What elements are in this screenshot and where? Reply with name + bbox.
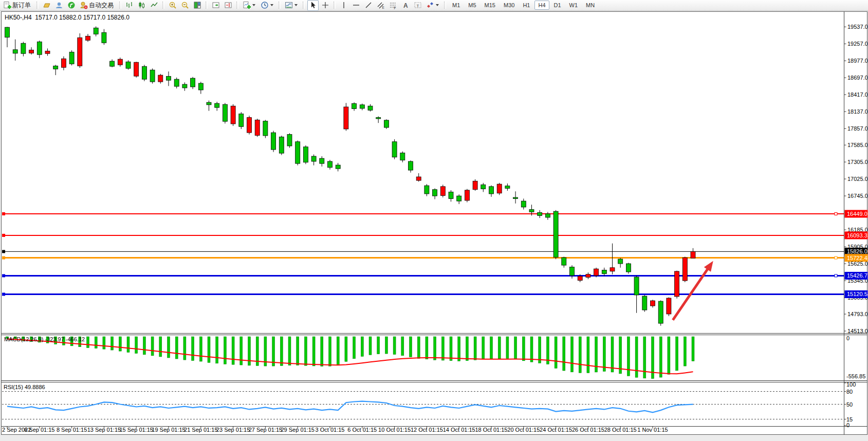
svg-text:13 Sep 01:15: 13 Sep 01:15 (87, 427, 121, 433)
svg-text:6 Oct 01:15: 6 Oct 01:15 (347, 427, 377, 433)
timeframe-w1-button[interactable]: W1 (566, 1, 582, 10)
svg-text:8 Sep 01:15: 8 Sep 01:15 (57, 427, 87, 433)
rsi-indicator-label: RSI(15) 49.8886 (4, 384, 45, 390)
chart-profile-icon (285, 1, 293, 9)
timeframe-m5-button[interactable]: M5 (465, 1, 479, 10)
new-chart-button[interactable] (241, 0, 258, 11)
fibonacci-icon: F (389, 1, 397, 9)
toolbar: 新订单自动交易EFATM1M5M15M30H1H4D1W1MN (0, 0, 868, 11)
toolbar-separator (279, 2, 281, 9)
channel-button[interactable]: E (375, 0, 386, 11)
svg-text:16449.0: 16449.0 (847, 211, 867, 217)
svg-text:27 Sep 01:15: 27 Sep 01:15 (249, 427, 282, 433)
toolbar-separator (162, 2, 164, 9)
svg-text:T: T (417, 4, 419, 8)
toolbar-separator (206, 2, 208, 9)
market-button[interactable] (53, 0, 65, 11)
auto-scroll-icon (212, 1, 220, 9)
timeframe-d1-button[interactable]: D1 (550, 1, 565, 10)
svg-text:18697.0: 18697.0 (847, 75, 868, 81)
svg-text:21 Sep 01:15: 21 Sep 01:15 (184, 427, 217, 433)
timeframe-m15-button[interactable]: M15 (481, 1, 499, 10)
svg-text:14793.0: 14793.0 (847, 311, 868, 317)
svg-text:26 Oct 01:15: 26 Oct 01:15 (572, 427, 604, 433)
chevron-down-icon (252, 4, 255, 6)
svg-text:19537.0: 19537.0 (847, 24, 868, 30)
text-button[interactable]: A (400, 0, 411, 11)
auto-scroll-button[interactable] (210, 0, 221, 11)
svg-text:0: 0 (846, 422, 849, 428)
cursor-button[interactable] (307, 0, 319, 11)
toolbar-separator (36, 2, 39, 9)
toolbar-separator (236, 2, 238, 9)
chart-profile-button[interactable] (283, 0, 300, 11)
svg-text:12 Oct 01:15: 12 Oct 01:15 (411, 427, 443, 433)
mt4-window: 新订单自动交易EFATM1M5M15M30H1H4D1W1MN 1 19537.… (0, 0, 868, 441)
zoom-in-button[interactable] (167, 0, 178, 11)
label-icon: T (414, 1, 422, 9)
zoom-in-icon (169, 1, 177, 9)
svg-text:15426.7: 15426.7 (847, 272, 867, 279)
market-icon (55, 1, 63, 9)
timeframe-h4-button[interactable]: H4 (534, 1, 549, 10)
toolbar-separator (119, 2, 121, 9)
svg-text:19 Sep 01:15: 19 Sep 01:15 (152, 427, 185, 433)
chart-canvas[interactable]: 19537.019257.018977.018697.018417.018137… (0, 0, 868, 441)
svg-text:15826.0: 15826.0 (847, 248, 867, 254)
svg-text:F: F (394, 6, 396, 10)
tile-windows-button[interactable] (192, 0, 203, 11)
text-icon: A (401, 1, 410, 9)
svg-text:14 Oct 01:15: 14 Oct 01:15 (443, 427, 475, 433)
zoom-out-icon (181, 1, 189, 9)
line-chart-button[interactable] (149, 0, 160, 11)
svg-text:29 Sep 01:15: 29 Sep 01:15 (281, 427, 314, 433)
candle-chart-button[interactable] (136, 0, 147, 11)
signals-button[interactable] (66, 0, 77, 11)
vline-button[interactable] (338, 0, 349, 11)
svg-text:20 Oct 01:15: 20 Oct 01:15 (507, 427, 540, 433)
autotrading-button[interactable]: 自动交易 (78, 0, 117, 11)
hline-button[interactable] (350, 0, 362, 11)
line-chart-icon (150, 1, 158, 9)
chevron-down-icon (270, 4, 273, 6)
fibonacci-button[interactable]: F (387, 0, 399, 11)
svg-text:19257.0: 19257.0 (847, 41, 868, 47)
trendline-button[interactable] (363, 0, 374, 11)
crosshair-button[interactable] (320, 0, 331, 11)
svg-text:1 Nov 01:15: 1 Nov 01:15 (637, 427, 668, 433)
new-order-icon (3, 1, 11, 9)
svg-text:16745.0: 16745.0 (847, 193, 868, 199)
label-button[interactable]: T (412, 0, 423, 11)
zoom-out-button[interactable] (179, 0, 191, 11)
svg-text:-556.85: -556.85 (846, 373, 865, 379)
svg-text:17585.0: 17585.0 (847, 142, 868, 148)
svg-text:80: 80 (846, 389, 853, 395)
chevron-down-icon (294, 4, 298, 6)
period-button[interactable] (259, 0, 276, 11)
svg-text:28 Oct 01:15: 28 Oct 01:15 (604, 427, 637, 433)
svg-text:18137.0: 18137.0 (847, 108, 868, 115)
autotrading-button-label: 自动交易 (89, 1, 114, 10)
svg-text:14513.0: 14513.0 (847, 328, 868, 334)
arrows-button[interactable] (424, 0, 441, 11)
chart-title: HK50-,H4 15717.0 15882.0 15717.0 15826.0 (5, 14, 130, 21)
svg-text:17857.0: 17857.0 (847, 125, 868, 132)
svg-text:6 Sep 01:15: 6 Sep 01:15 (24, 427, 54, 433)
bar-chart-button[interactable] (124, 0, 135, 11)
chart-shift-button[interactable] (223, 0, 234, 11)
time-axis[interactable]: 2 Sep 20226 Sep 01:158 Sep 01:1513 Sep 0… (2, 427, 668, 433)
svg-text:18 Oct 01:15: 18 Oct 01:15 (475, 427, 508, 433)
timeframe-m1-button[interactable]: M1 (449, 1, 464, 10)
svg-text:15 Sep 01:15: 15 Sep 01:15 (119, 427, 153, 433)
svg-text:10 Oct 01:15: 10 Oct 01:15 (378, 427, 411, 433)
timeframe-h1-button[interactable]: H1 (519, 1, 533, 10)
svg-text:24 Oct 01:15: 24 Oct 01:15 (540, 427, 572, 433)
new-order-button[interactable]: 新订单 (2, 0, 34, 11)
svg-text:0: 0 (846, 335, 849, 341)
tile-windows-icon (193, 1, 201, 9)
timeframe-m30-button[interactable]: M30 (500, 1, 518, 10)
profiles-button[interactable] (41, 0, 52, 11)
timeframe-mn-button[interactable]: MN (582, 1, 598, 10)
signals-icon (67, 1, 76, 9)
svg-text:17025.0: 17025.0 (847, 176, 868, 182)
